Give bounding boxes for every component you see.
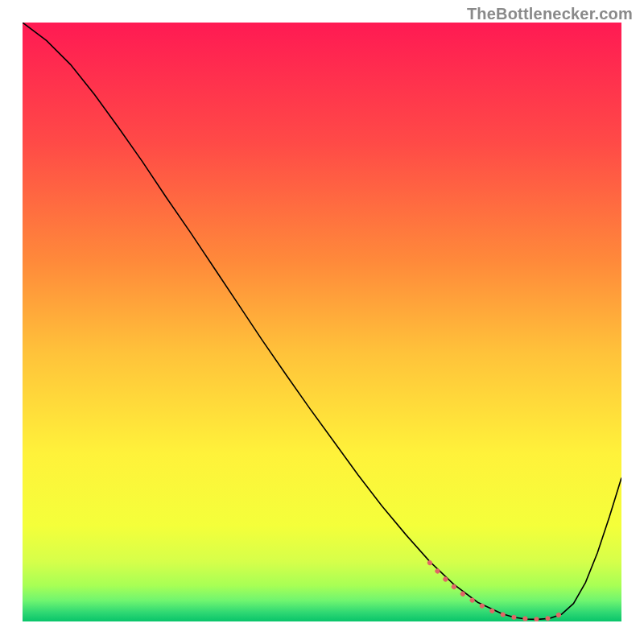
- bottleneck-curve-chart: [23, 23, 621, 621]
- chart-container: [23, 23, 621, 621]
- chart-background: [23, 23, 621, 621]
- attribution-label: TheBottlenecker.com: [467, 5, 633, 23]
